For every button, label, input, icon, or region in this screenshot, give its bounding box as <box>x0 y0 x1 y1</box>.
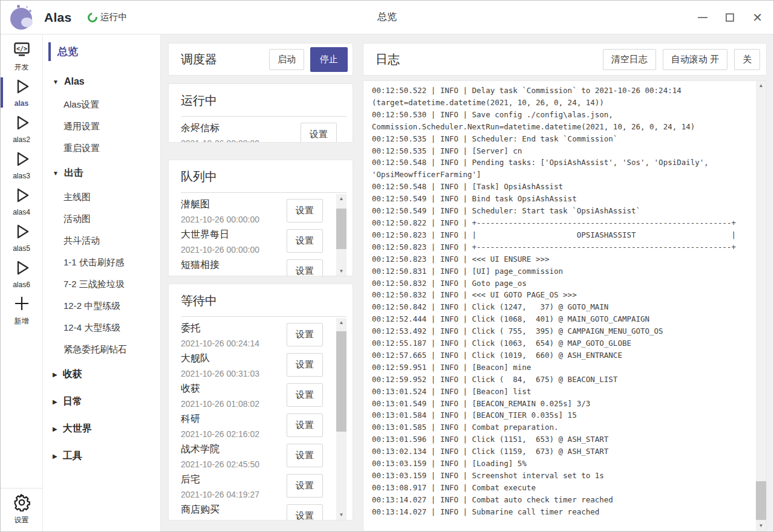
close-icon[interactable]: ✕ <box>752 11 763 24</box>
rail-item-label: alas4 <box>13 208 30 216</box>
rail-item-alas6[interactable]: alas6 <box>1 256 42 292</box>
menu-section-日常[interactable]: ▶日常 <box>43 388 160 415</box>
list-scrollbar[interactable]: ▲▼ <box>336 318 346 520</box>
task-row: 后宅2021-10-26 04:19:27设置 <box>181 472 333 502</box>
play-icon <box>13 222 31 243</box>
menu-item-1-1 伏击刷好感[interactable]: 1-1 伏击刷好感 <box>43 252 160 274</box>
gear-icon <box>13 493 31 514</box>
scroll-up-icon[interactable]: ▲ <box>336 318 346 328</box>
scrollbar-thumb[interactable] <box>336 331 346 432</box>
log-line: 00:12:52.444 | INFO | Click (1068, 401) … <box>372 313 756 325</box>
log-scrollbar[interactable]: ▲ ▼ <box>756 81 766 531</box>
running-spinner-icon <box>85 10 99 24</box>
task-setting-button[interactable]: 设置 <box>287 259 323 276</box>
task-setting-button[interactable]: 设置 <box>287 229 323 253</box>
task-setting-button[interactable]: 设置 <box>287 323 323 346</box>
rail-item-alas3[interactable]: alas3 <box>1 147 42 183</box>
scroll-up-icon[interactable]: ▲ <box>756 81 766 91</box>
task-setting-button[interactable]: 设置 <box>287 353 323 377</box>
maximize-icon[interactable] <box>726 13 734 22</box>
log-scrollbar-thumb[interactable] <box>756 481 766 520</box>
menu-section-大世界[interactable]: ▶大世界 <box>43 415 160 443</box>
rail-item-settings[interactable]: 设置 <box>1 488 42 531</box>
scroll-off-button[interactable]: 关 <box>734 49 760 70</box>
task-setting-button[interactable]: 设置 <box>287 474 323 498</box>
task-setting-button[interactable]: 设置 <box>287 444 323 467</box>
autoscroll-toggle-button[interactable]: 自动滚动 开 <box>663 49 727 70</box>
chevron-down-icon: ▼ <box>53 170 59 177</box>
log-line: 00:12:50.522 | INFO | Delay task `Commis… <box>372 85 756 97</box>
rail-item-alas2[interactable]: alas2 <box>1 111 42 147</box>
menu-section-工具[interactable]: ▶工具 <box>43 443 160 470</box>
task-row: 潜艇图2021-10-26 00:00:00设置 <box>181 196 333 227</box>
task-list: 余烬信标2021-10-26 00:00:00设置 <box>181 118 346 143</box>
rail-item-alas5[interactable]: alas5 <box>1 219 42 256</box>
log-scrollbar-track[interactable] <box>756 91 766 521</box>
task-row: 商店购买设置 <box>181 502 333 520</box>
menu-section-收获[interactable]: ▶收获 <box>43 361 160 388</box>
menu-item-重启设置[interactable]: 重启设置 <box>43 138 160 160</box>
task-setting-button[interactable]: 设置 <box>287 383 323 407</box>
menu-item-紧急委托刷钻石[interactable]: 紧急委托刷钻石 <box>43 339 160 361</box>
group-title: 等待中 <box>181 293 344 309</box>
scrollbar-track[interactable] <box>336 204 346 267</box>
nav-menu: 总览 ▼AlasAlas设置通用设置重启设置▼出击主线图活动图共斗活动1-1 伏… <box>43 34 161 531</box>
log-line: (target=datetime.datetime(2021, 10, 26, … <box>372 97 756 109</box>
app-name: Alas <box>44 10 72 25</box>
scrollbar-thumb[interactable] <box>336 209 346 249</box>
log-line: 00:12:50.548 | INFO | Pending tasks: ['O… <box>372 157 756 169</box>
play-icon <box>13 186 31 207</box>
task-groups: 运行中余烬信标2021-10-26 00:00:00设置队列中潜艇图2021-1… <box>168 76 353 521</box>
log-line: 00:12:50.823 | INFO | | OPSIASHASSIST | <box>372 229 756 241</box>
menu-item-活动图[interactable]: 活动图 <box>43 209 160 230</box>
log-line: 00:13:14.027 | INFO | Submarine call tim… <box>372 506 756 518</box>
menu-section-label: 收获 <box>63 368 82 381</box>
group-body: 余烬信标2021-10-26 00:00:00设置 <box>181 118 346 143</box>
rail-item-开发[interactable]: </>开发 <box>1 38 42 74</box>
rail-item-label: alas5 <box>13 244 30 253</box>
minimize-icon[interactable] <box>698 17 707 18</box>
menu-sections: ▼AlasAlas设置通用设置重启设置▼出击主线图活动图共斗活动1-1 伏击刷好… <box>43 69 160 470</box>
start-button[interactable]: 启动 <box>269 49 304 70</box>
menu-item-Alas设置[interactable]: Alas设置 <box>43 94 160 116</box>
menu-item-主线图[interactable]: 主线图 <box>43 187 160 209</box>
log-line: 00:12:50.831 | INFO | [UI] page_commissi… <box>372 265 756 277</box>
group-body: 潜艇图2021-10-26 00:00:00设置大世界每日2021-10-26 … <box>181 194 346 276</box>
log-panel: 00:12:50.522 | INFO | Delay task `Commis… <box>363 80 767 531</box>
menu-item-12-2 中型练级[interactable]: 12-2 中型练级 <box>43 296 160 317</box>
log-line: 00:13:01.596 | INFO | Click (1151, 653) … <box>372 433 756 446</box>
list-scrollbar[interactable]: ▲▼ <box>336 194 346 276</box>
log-line: 00:12:50.832 | INFO | Goto page_os <box>372 277 756 290</box>
menu-item-共斗活动[interactable]: 共斗活动 <box>43 230 160 252</box>
log-line: 00:12:50.832 | INFO | <<< UI GOTO PAGE_O… <box>372 289 756 301</box>
scrollbar-track[interactable] <box>336 328 346 510</box>
rail-item-label: alas3 <box>13 172 30 180</box>
task-setting-button[interactable]: 设置 <box>287 504 323 520</box>
menu-item-12-4 大型练级[interactable]: 12-4 大型练级 <box>43 317 160 339</box>
log-line: 00:12:55.187 | INFO | Click (1063, 654) … <box>372 337 756 349</box>
logo-highlight <box>21 18 33 27</box>
scroll-down-icon[interactable]: ▼ <box>336 510 346 520</box>
settings-label: 设置 <box>15 515 29 525</box>
rail-item-alas4[interactable]: alas4 <box>1 183 42 219</box>
window-controls: ✕ <box>698 1 763 34</box>
menu-section-Alas[interactable]: ▼Alas <box>43 69 160 94</box>
menu-section-出击[interactable]: ▼出击 <box>43 160 160 187</box>
scroll-down-icon[interactable]: ▼ <box>336 267 346 276</box>
scroll-down-icon[interactable]: ▼ <box>756 521 766 531</box>
stop-button[interactable]: 停止 <box>310 47 348 72</box>
task-row: 科研2021-10-26 02:16:02设置 <box>181 411 333 441</box>
task-group-运行中: 运行中余烬信标2021-10-26 00:00:00设置 <box>168 83 353 143</box>
log-line: Commission.Scheduler.NextRun=datetime.da… <box>372 121 756 133</box>
clear-log-button[interactable]: 清空日志 <box>603 49 656 70</box>
rail-item-alas[interactable]: alas <box>1 74 42 111</box>
scroll-up-icon[interactable]: ▲ <box>336 194 346 204</box>
task-row: 短猫相接2021-10-26 00:00:00设置 <box>181 257 333 276</box>
menu-item-overview[interactable]: 总览 <box>43 41 160 63</box>
task-setting-button[interactable]: 设置 <box>301 123 337 143</box>
task-setting-button[interactable]: 设置 <box>287 414 323 437</box>
rail-item-新增[interactable]: 新增 <box>1 292 42 328</box>
task-setting-button[interactable]: 设置 <box>287 199 323 222</box>
menu-item-7-2 三战捡垃圾[interactable]: 7-2 三战捡垃圾 <box>43 274 160 296</box>
menu-item-通用设置[interactable]: 通用设置 <box>43 116 160 138</box>
